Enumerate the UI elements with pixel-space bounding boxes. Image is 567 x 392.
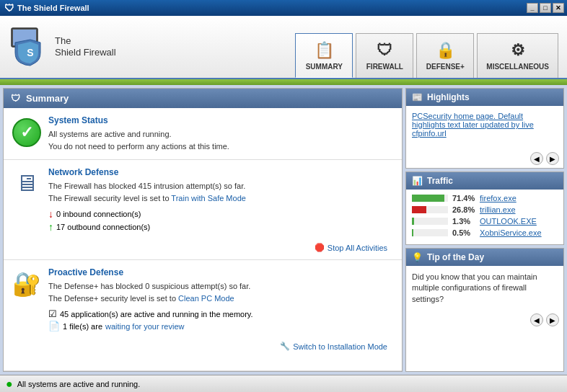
apps-active-stat: ☑ 45 application(s) are active and runni… bbox=[48, 308, 393, 319]
tip-next-button[interactable]: ▶ bbox=[546, 313, 559, 326]
system-status-icon: ✓ bbox=[12, 115, 41, 152]
main-content: 🛡 Summary ✓ System Status All systems ar… bbox=[0, 85, 567, 375]
waiting-review-link[interactable]: waiting for your review bbox=[105, 322, 184, 331]
traffic-row-3: 0.5% XobniService.exe bbox=[412, 228, 558, 237]
tab-defense[interactable]: 🔒 DEFENSE+ bbox=[416, 33, 474, 78]
maximize-button[interactable]: □ bbox=[540, 3, 551, 13]
tab-firewall[interactable]: 🛡 FIREWALL bbox=[356, 33, 413, 78]
files-review-stat: 📄 1 file(s) are waiting for your review bbox=[48, 321, 393, 331]
network-defense-top: 🖥 Network Defense The Firewall has block… bbox=[12, 167, 393, 233]
highlights-nav: ◀ ▶ bbox=[406, 149, 563, 168]
right-panel: 📰 Highlights PCSecurity home page. Defau… bbox=[405, 88, 564, 372]
summary-panel-title: Summary bbox=[26, 93, 69, 104]
close-button[interactable]: ✕ bbox=[553, 3, 564, 13]
logo-line2: Shield Firewall bbox=[55, 47, 116, 58]
tip-prev-button[interactable]: ◀ bbox=[530, 313, 543, 326]
misc-tab-icon: ⚙ bbox=[511, 41, 525, 60]
logo-line1: The bbox=[55, 35, 116, 47]
switch-installation-link[interactable]: 🔧 Switch to Installation Mode bbox=[18, 342, 387, 351]
traffic-bar-2 bbox=[412, 218, 414, 225]
traffic-bar-0 bbox=[412, 195, 444, 202]
app-logo: S The Shield Firewall bbox=[9, 25, 295, 68]
network-defense-section: 🖥 Network Defense The Firewall has block… bbox=[4, 160, 402, 260]
traffic-link-3[interactable]: XobniService.exe bbox=[480, 228, 542, 237]
tab-firewall-label: FIREWALL bbox=[366, 63, 403, 71]
status-text: All systems are active and running. bbox=[17, 380, 141, 388]
tip-section: 💡 Tip of the Day Did you know that you c… bbox=[405, 248, 564, 372]
network-defense-line2: The Firewall security level is set to Tr… bbox=[48, 192, 393, 205]
left-panel-header: 🛡 Summary bbox=[4, 89, 402, 108]
summary-panel-icon: 🛡 bbox=[11, 93, 20, 104]
traffic-row-1: 26.8% trillian.exe bbox=[412, 205, 558, 214]
arrow-up-icon: ↑ bbox=[48, 221, 53, 233]
status-bar: ● All systems are active and running. bbox=[0, 375, 567, 392]
tip-icon: 💡 bbox=[412, 252, 423, 262]
network-icon: 🖥 bbox=[12, 167, 41, 233]
checkbox-icon: ☑ bbox=[48, 308, 57, 319]
highlights-next-button[interactable]: ▶ bbox=[546, 152, 559, 165]
tip-nav: ◀ ▶ bbox=[406, 311, 563, 329]
highlights-icon: 📰 bbox=[412, 92, 423, 102]
traffic-bar-wrap-1 bbox=[412, 206, 448, 213]
traffic-link-1[interactable]: trillian.exe bbox=[480, 205, 516, 214]
title-bar: 🛡 The Shield Firewall _ □ ✕ bbox=[0, 0, 567, 16]
window-title: The Shield Firewall bbox=[17, 4, 89, 12]
window-controls: _ □ ✕ bbox=[527, 3, 564, 13]
traffic-bar-wrap-2 bbox=[412, 218, 448, 225]
tab-summary[interactable]: 📋 SUMMARY bbox=[295, 33, 353, 78]
inbound-stat: ↓ 0 inbound connection(s) bbox=[48, 208, 393, 220]
svg-text:S: S bbox=[27, 47, 33, 58]
traffic-bar-wrap-3 bbox=[412, 229, 448, 236]
highlights-title: Highlights bbox=[427, 92, 470, 102]
tab-misc-label: MISCELLANEOUS bbox=[486, 63, 549, 71]
proactive-defense-line2: The Defense+ security level is set to Cl… bbox=[48, 293, 393, 305]
highlights-link[interactable]: PCSecurity home page. Default highlights… bbox=[412, 112, 534, 138]
tab-defense-label: DEFENSE+ bbox=[426, 63, 465, 71]
traffic-link-0[interactable]: firefox.exe bbox=[480, 194, 517, 202]
stop-icon: 🛑 bbox=[315, 243, 325, 252]
tip-header: 💡 Tip of the Day bbox=[406, 249, 563, 266]
defense-tab-icon: 🔒 bbox=[436, 41, 455, 60]
proactive-icon: 🔐 bbox=[12, 267, 41, 331]
traffic-bar-3 bbox=[412, 229, 413, 236]
traffic-bar-wrap-0 bbox=[412, 195, 448, 202]
highlights-header: 📰 Highlights bbox=[406, 89, 563, 106]
green-check-icon: ✓ bbox=[12, 118, 41, 147]
system-status-title: System Status bbox=[48, 115, 393, 125]
traffic-row-0: 71.4% firefox.exe bbox=[412, 194, 558, 202]
system-status-section: ✓ System Status All systems are active a… bbox=[4, 108, 402, 160]
tip-title: Tip of the Day bbox=[427, 252, 484, 262]
app-header: S The Shield Firewall 📋 SUMMARY 🛡 FIREWA… bbox=[0, 16, 567, 79]
tab-misc[interactable]: ⚙ MISCELLANEOUS bbox=[477, 33, 558, 78]
proactive-defense-content: Proactive Defense The Defense+ has block… bbox=[48, 267, 393, 331]
traffic-link-2[interactable]: OUTLOOK.EXE bbox=[480, 217, 537, 226]
traffic-header: 📊 Traffic bbox=[406, 172, 563, 190]
highlights-prev-button[interactable]: ◀ bbox=[530, 152, 543, 165]
system-status-content: System Status All systems are active and… bbox=[48, 115, 393, 152]
traffic-body: 71.4% firefox.exe 26.8% trillian.exe 1.3… bbox=[406, 190, 563, 244]
train-safe-mode-link[interactable]: Train with Safe Mode bbox=[171, 194, 246, 202]
switch-installation-action: 🔧 Switch to Installation Mode bbox=[12, 339, 393, 355]
clean-pc-mode-link[interactable]: Clean PC Mode bbox=[178, 294, 234, 303]
stop-activities-link[interactable]: 🛑 Stop All Activities bbox=[18, 243, 387, 252]
highlights-section: 📰 Highlights PCSecurity home page. Defau… bbox=[405, 88, 564, 169]
status-green-icon: ● bbox=[6, 378, 13, 391]
proactive-defense-top: 🔐 Proactive Defense The Defense+ has blo… bbox=[12, 267, 393, 331]
traffic-title: Traffic bbox=[427, 176, 453, 186]
nav-tabs: 📋 SUMMARY 🛡 FIREWALL 🔒 DEFENSE+ ⚙ MISCEL… bbox=[295, 16, 558, 78]
switch-icon: 🔧 bbox=[280, 342, 290, 351]
summary-tab-icon: 📋 bbox=[315, 41, 334, 60]
logo-text: The Shield Firewall bbox=[55, 35, 116, 58]
proactive-defense-line1: The Defense+ has blocked 0 suspicious at… bbox=[48, 280, 393, 293]
system-status-line2: You do not need to perform any actions a… bbox=[48, 141, 393, 153]
tip-body: Did you know that you can maintain multi… bbox=[406, 266, 563, 311]
firewall-tab-icon: 🛡 bbox=[377, 41, 392, 60]
left-panel: 🛡 Summary ✓ System Status All systems ar… bbox=[3, 88, 403, 372]
traffic-icon: 📊 bbox=[412, 176, 423, 186]
stop-activities-action: 🛑 Stop All Activities bbox=[12, 240, 393, 257]
minimize-button[interactable]: _ bbox=[527, 3, 538, 13]
logo-icon: S bbox=[9, 25, 49, 68]
proactive-defense-title: Proactive Defense bbox=[48, 267, 393, 277]
network-defense-line1: The Firewall has blocked 415 intrusion a… bbox=[48, 180, 393, 192]
traffic-section: 📊 Traffic 71.4% firefox.exe 26.8% trilli bbox=[405, 172, 564, 245]
